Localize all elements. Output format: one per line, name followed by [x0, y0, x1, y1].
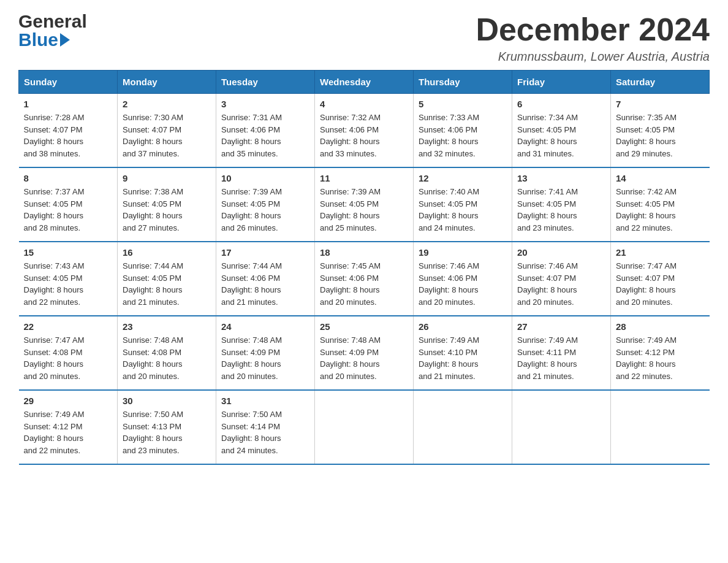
daylight-hours: Daylight: 8 hours [221, 434, 281, 443]
sunrise-time: Sunrise: 7:40 AM [419, 187, 479, 196]
sunset-time: Sunset: 4:07 PM [616, 274, 675, 283]
table-row: 21 Sunrise: 7:47 AM Sunset: 4:07 PM Dayl… [611, 242, 710, 316]
daylight-minutes: and 37 minutes. [123, 149, 180, 158]
daylight-hours: Daylight: 8 hours [616, 285, 676, 294]
day-info: Sunrise: 7:28 AM Sunset: 4:07 PM Dayligh… [24, 112, 113, 159]
sunset-time: Sunset: 4:05 PM [24, 274, 83, 283]
daylight-hours: Daylight: 8 hours [24, 285, 84, 294]
daylight-hours: Daylight: 8 hours [517, 359, 577, 369]
sunset-time: Sunset: 4:06 PM [320, 125, 379, 134]
day-info: Sunrise: 7:42 AM Sunset: 4:05 PM Dayligh… [616, 186, 705, 234]
day-info: Sunrise: 7:49 AM Sunset: 4:10 PM Dayligh… [419, 334, 507, 382]
day-info: Sunrise: 7:49 AM Sunset: 4:11 PM Dayligh… [517, 334, 605, 382]
day-info: Sunrise: 7:38 AM Sunset: 4:05 PM Dayligh… [123, 186, 211, 234]
day-number: 13 [517, 173, 605, 183]
day-info: Sunrise: 7:39 AM Sunset: 4:05 PM Dayligh… [320, 186, 408, 234]
daylight-hours: Daylight: 8 hours [123, 359, 183, 369]
table-row: 25 Sunrise: 7:48 AM Sunset: 4:09 PM Dayl… [315, 316, 414, 390]
table-row: 1 Sunrise: 7:28 AM Sunset: 4:07 PM Dayli… [19, 94, 118, 168]
daylight-hours: Daylight: 8 hours [24, 211, 84, 220]
table-row: 4 Sunrise: 7:32 AM Sunset: 4:06 PM Dayli… [315, 94, 414, 168]
daylight-hours: Daylight: 8 hours [517, 285, 577, 294]
sunset-time: Sunset: 4:05 PM [616, 125, 675, 134]
daylight-hours: Daylight: 8 hours [517, 137, 577, 146]
day-number: 9 [123, 173, 211, 183]
sunrise-time: Sunrise: 7:50 AM [221, 410, 282, 419]
day-number: 29 [24, 396, 113, 406]
sunrise-time: Sunrise: 7:37 AM [24, 187, 85, 196]
table-row: 2 Sunrise: 7:30 AM Sunset: 4:07 PM Dayli… [118, 94, 216, 168]
sunset-time: Sunset: 4:12 PM [616, 348, 675, 357]
day-info: Sunrise: 7:47 AM Sunset: 4:08 PM Dayligh… [24, 334, 113, 382]
day-number: 7 [616, 99, 705, 109]
daylight-hours: Daylight: 8 hours [419, 137, 479, 146]
daylight-minutes: and 26 minutes. [221, 223, 278, 232]
sunrise-time: Sunrise: 7:44 AM [123, 261, 183, 270]
daylight-hours: Daylight: 8 hours [123, 211, 183, 220]
table-row: 24 Sunrise: 7:48 AM Sunset: 4:09 PM Dayl… [216, 316, 315, 390]
table-row: 17 Sunrise: 7:44 AM Sunset: 4:06 PM Dayl… [216, 242, 315, 316]
daylight-minutes: and 29 minutes. [616, 149, 673, 158]
daylight-hours: Daylight: 8 hours [320, 359, 380, 369]
sunrise-time: Sunrise: 7:46 AM [419, 261, 479, 270]
daylight-hours: Daylight: 8 hours [320, 285, 380, 294]
sunrise-time: Sunrise: 7:43 AM [24, 261, 85, 270]
day-info: Sunrise: 7:49 AM Sunset: 4:12 PM Dayligh… [616, 334, 705, 382]
table-row: 16 Sunrise: 7:44 AM Sunset: 4:05 PM Dayl… [118, 242, 216, 316]
col-sunday: Sunday [19, 71, 118, 94]
table-row: 10 Sunrise: 7:39 AM Sunset: 4:05 PM Dayl… [216, 167, 315, 242]
sunrise-time: Sunrise: 7:47 AM [24, 335, 85, 345]
day-info: Sunrise: 7:40 AM Sunset: 4:05 PM Dayligh… [419, 186, 507, 234]
daylight-hours: Daylight: 8 hours [616, 211, 676, 220]
calendar-week-row: 15 Sunrise: 7:43 AM Sunset: 4:05 PM Dayl… [19, 242, 710, 316]
sunset-time: Sunset: 4:06 PM [221, 274, 280, 283]
table-row: 7 Sunrise: 7:35 AM Sunset: 4:05 PM Dayli… [611, 94, 710, 168]
day-info: Sunrise: 7:48 AM Sunset: 4:09 PM Dayligh… [221, 334, 309, 382]
daylight-minutes: and 21 minutes. [517, 372, 574, 381]
day-info: Sunrise: 7:44 AM Sunset: 4:05 PM Dayligh… [123, 260, 211, 308]
daylight-hours: Daylight: 8 hours [419, 359, 479, 369]
daylight-minutes: and 22 minutes. [24, 297, 81, 307]
daylight-minutes: and 38 minutes. [24, 149, 81, 158]
sunrise-time: Sunrise: 7:47 AM [616, 261, 677, 270]
table-row [512, 390, 611, 464]
table-row: 3 Sunrise: 7:31 AM Sunset: 4:06 PM Dayli… [216, 94, 315, 168]
sunrise-time: Sunrise: 7:38 AM [123, 187, 183, 196]
sunset-time: Sunset: 4:09 PM [221, 348, 280, 357]
daylight-minutes: and 35 minutes. [221, 149, 278, 158]
sunrise-time: Sunrise: 7:39 AM [221, 187, 282, 196]
sunrise-time: Sunrise: 7:46 AM [517, 261, 578, 270]
sunrise-time: Sunrise: 7:39 AM [320, 187, 381, 196]
table-row: 8 Sunrise: 7:37 AM Sunset: 4:05 PM Dayli… [19, 167, 118, 242]
sunset-time: Sunset: 4:05 PM [320, 199, 379, 209]
daylight-minutes: and 23 minutes. [123, 446, 180, 455]
col-monday: Monday [118, 71, 216, 94]
day-number: 21 [616, 247, 705, 258]
sunset-time: Sunset: 4:05 PM [517, 125, 576, 134]
daylight-hours: Daylight: 8 hours [123, 137, 183, 146]
table-row: 20 Sunrise: 7:46 AM Sunset: 4:07 PM Dayl… [512, 242, 611, 316]
daylight-hours: Daylight: 8 hours [221, 359, 281, 369]
col-tuesday: Tuesday [216, 71, 315, 94]
day-info: Sunrise: 7:31 AM Sunset: 4:06 PM Dayligh… [221, 112, 309, 159]
calendar-week-row: 1 Sunrise: 7:28 AM Sunset: 4:07 PM Dayli… [19, 94, 710, 168]
sunrise-time: Sunrise: 7:28 AM [24, 113, 85, 122]
day-info: Sunrise: 7:39 AM Sunset: 4:05 PM Dayligh… [221, 186, 309, 234]
daylight-minutes: and 22 minutes. [24, 446, 81, 455]
table-row: 26 Sunrise: 7:49 AM Sunset: 4:10 PM Dayl… [414, 316, 512, 390]
daylight-minutes: and 31 minutes. [517, 149, 574, 158]
calendar-week-row: 8 Sunrise: 7:37 AM Sunset: 4:05 PM Dayli… [19, 167, 710, 242]
sunset-time: Sunset: 4:06 PM [320, 274, 379, 283]
daylight-minutes: and 24 minutes. [221, 446, 278, 455]
day-number: 4 [320, 99, 408, 109]
daylight-minutes: and 20 minutes. [517, 297, 574, 307]
daylight-hours: Daylight: 8 hours [123, 434, 183, 443]
day-info: Sunrise: 7:49 AM Sunset: 4:12 PM Dayligh… [24, 408, 113, 456]
sunrise-time: Sunrise: 7:42 AM [616, 187, 677, 196]
daylight-minutes: and 20 minutes. [616, 297, 673, 307]
day-number: 15 [24, 247, 113, 258]
day-number: 24 [221, 321, 309, 332]
logo: General Blue [18, 12, 87, 49]
sunset-time: Sunset: 4:05 PM [123, 199, 181, 209]
daylight-hours: Daylight: 8 hours [517, 211, 577, 220]
